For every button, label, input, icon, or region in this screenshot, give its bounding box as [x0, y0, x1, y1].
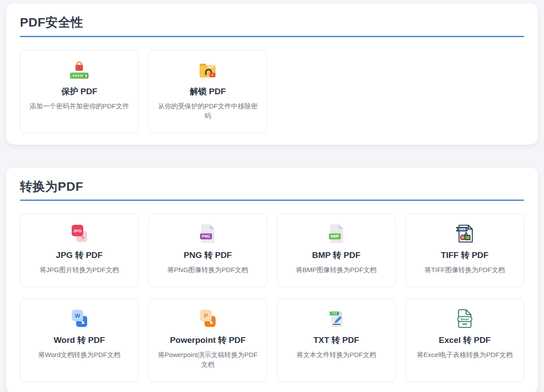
powerpoint-badge-label: P [204, 312, 208, 319]
tool-card-description: 将BMP图像转换为PDF文档 [284, 265, 389, 275]
card-grid-convert-to-pdf: JPG JPG 转 PDF 将JPG图片转换为PDF文档 PNG PNG 转 P… [20, 214, 524, 382]
txt-file-icon: TXT [284, 308, 389, 329]
png-badge-label: PNG [202, 234, 211, 238]
tool-card-description: 将Powerpoint演示文稿转换为PDF文档 [155, 350, 260, 370]
tool-card-png-to-pdf[interactable]: PNG PNG 转 PDF 将PNG图像转换为PDF文档 [148, 214, 267, 287]
tool-card-description: 将JPG图片转换为PDF文档 [27, 265, 132, 275]
word-badge-label: W [75, 312, 81, 319]
tiff-banner-label: TIFF [459, 228, 466, 231]
excel-file-icon: Excel [412, 308, 517, 329]
tool-card-unlock-pdf[interactable]: 解锁 PDF 从你的受保护的PDF文件中移除密码 [148, 50, 267, 133]
tiff-file-icon: TIFF [412, 223, 517, 244]
tool-card-title: 解锁 PDF [155, 86, 260, 97]
tool-card-excel-to-pdf[interactable]: Excel Excel 转 PDF 将Excel电子表格转换为PDF文档 [405, 299, 524, 382]
section-divider [20, 36, 524, 37]
protect-pdf-icon [27, 59, 132, 81]
tool-card-title: Powerpoint 转 PDF [155, 334, 260, 346]
tool-card-protect-pdf[interactable]: 保护 PDF 添加一个密码并加密你的PDF文件 [20, 50, 139, 133]
tool-card-description: 将TIFF图像转换为PDF文档 [412, 265, 517, 275]
tool-card-title: BMP 转 PDF [284, 250, 389, 261]
excel-badge-label: Excel [461, 317, 469, 320]
card-grid-pdf-security: 保护 PDF 添加一个密码并加密你的PDF文件 解锁 PDF 从你的受保护的PD… [20, 50, 524, 133]
tool-card-description: 添加一个密码并加密你的PDF文件 [27, 101, 132, 111]
tool-card-title: 保护 PDF [27, 86, 132, 97]
tool-card-title: TIFF 转 PDF [412, 250, 517, 261]
tool-card-title: PNG 转 PDF [155, 250, 260, 261]
txt-banner-label: TXT [332, 312, 338, 315]
tool-card-bmp-to-pdf[interactable]: BMP BMP 转 PDF 将BMP图像转换为PDF文档 [277, 214, 396, 287]
png-file-icon: PNG [155, 223, 260, 244]
tool-card-title: Excel 转 PDF [412, 334, 517, 346]
tool-card-title: JPG 转 PDF [27, 250, 132, 261]
section-title-convert-to-pdf: 转换为PDF [20, 179, 524, 194]
tool-card-description: 将Excel电子表格转换为PDF文档 [412, 350, 517, 360]
tool-card-description: 将Word文档转换为PDF文档 [27, 350, 132, 360]
powerpoint-file-icon: P [155, 308, 260, 329]
tool-card-description: 将PNG图像转换为PDF文档 [155, 265, 260, 275]
tool-card-description: 将文本文件转换为PDF文档 [284, 350, 389, 360]
bmp-file-icon: BMP [284, 223, 389, 244]
tool-card-powerpoint-to-pdf[interactable]: P Powerpoint 转 PDF 将Powerpoint演示文稿转换为PDF… [148, 299, 267, 382]
jpg-file-icon: JPG [27, 223, 132, 244]
tool-card-jpg-to-pdf[interactable]: JPG JPG 转 PDF 将JPG图片转换为PDF文档 [20, 214, 139, 287]
unlock-pdf-icon [155, 59, 260, 81]
section-convert-to-pdf: 转换为PDF JPG JPG 转 PDF 将JPG图片转换为PDF文档 [6, 168, 538, 392]
bmp-badge-label: BMP [331, 234, 339, 238]
tool-card-tiff-to-pdf[interactable]: TIFF TIFF 转 PDF 将TIFF图像转换为PDF文档 [405, 214, 524, 287]
section-pdf-security: PDF安全性 保护 PDF 添加一个密码并加密你的PDF [6, 4, 538, 145]
tool-card-title: TXT 转 PDF [284, 334, 389, 346]
tool-card-txt-to-pdf[interactable]: TXT TXT 转 PDF 将文本文件转换为PDF文档 [277, 299, 396, 382]
tool-card-word-to-pdf[interactable]: W Word 转 PDF 将Word文档转换为PDF文档 [20, 299, 139, 382]
tool-card-description: 从你的受保护的PDF文件中移除密码 [155, 101, 260, 121]
word-file-icon: W [27, 308, 132, 329]
section-title-pdf-security: PDF安全性 [20, 15, 524, 30]
section-divider [20, 200, 524, 201]
tool-card-title: Word 转 PDF [27, 334, 132, 346]
jpg-badge-label: JPG [73, 228, 82, 233]
